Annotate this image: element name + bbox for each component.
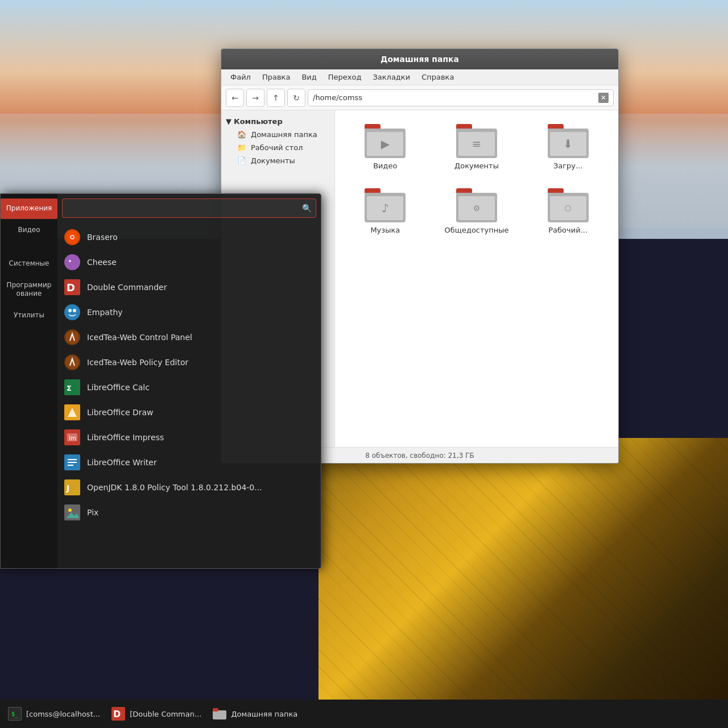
svg-point-7 <box>68 309 72 312</box>
address-text: /home/comss <box>313 93 598 102</box>
app-item-lo-impress[interactable]: Im LibreOffice Impress <box>57 425 321 450</box>
folder-downloads-label: Загру... <box>553 162 582 170</box>
sidebar-item-documents[interactable]: 📄 Документы <box>221 154 334 167</box>
menu-search-bar: 🔍 <box>57 194 321 222</box>
svg-text:Im: Im <box>69 435 76 441</box>
svg-rect-20 <box>68 465 73 466</box>
sidebar-item-desktop[interactable]: 📁 Рабочий стол <box>221 141 334 154</box>
folder-public-icon: ⚙ <box>456 188 497 222</box>
app-label-lo-impress: LibreOffice Impress <box>87 433 164 442</box>
app-label-lo-writer: LibreOffice Writer <box>87 458 157 467</box>
svg-point-2 <box>65 255 79 269</box>
folder-taskbar-icon <box>213 707 226 721</box>
menu-cat-system[interactable]: Системные <box>1 254 57 274</box>
fm-menu-go[interactable]: Переход <box>324 72 366 82</box>
doc-icon: 📄 <box>237 156 246 165</box>
app-label-brasero: Brasero <box>87 233 118 242</box>
fm-content: ▶ Видео ≡ <box>335 110 618 447</box>
taskbar-fm[interactable]: Домашняя папка <box>207 702 303 726</box>
pix-icon <box>64 504 80 520</box>
fm-status-text: 8 объектов, свободно: 21,3 ГБ <box>365 452 474 460</box>
app-item-openjdk[interactable]: J OpenJDK 1.8.0 Policy Tool 1.8.0.212.b0… <box>57 475 321 500</box>
svg-rect-19 <box>68 462 77 463</box>
search-icon: 🔍 <box>302 204 312 213</box>
menu-cat-utils[interactable]: Утилиты <box>1 305 57 326</box>
fm-menu-bookmarks[interactable]: Закладки <box>368 72 415 82</box>
app-item-empathy[interactable]: Empathy <box>57 300 321 325</box>
taskbar-dc[interactable]: D [Double Comman... <box>106 702 207 726</box>
folder-music[interactable]: ♪ Музыка <box>344 184 427 239</box>
menu-cat-video[interactable]: Видео <box>1 220 57 241</box>
app-item-pix[interactable]: Pix <box>57 500 321 525</box>
sidebar-section-computer[interactable]: ▼ Компьютер <box>221 115 334 128</box>
folder-desktop[interactable]: ⬡ Рабочий... <box>527 184 609 239</box>
app-label-dc: Double Commander <box>87 283 167 292</box>
fm-menu-file[interactable]: Файл <box>226 72 255 82</box>
app-item-brasero[interactable]: Brasero <box>57 225 321 250</box>
menu-search-input[interactable] <box>62 198 316 218</box>
svg-rect-28 <box>213 708 218 712</box>
lo-calc-icon: Σ <box>64 379 80 395</box>
folder-music-icon: ♪ <box>365 188 406 222</box>
sidebar-home-label: Домашняя папка <box>251 130 317 139</box>
terminal-icon: $_ <box>8 707 22 721</box>
app-item-lo-writer[interactable]: LibreOffice Writer <box>57 450 321 475</box>
lo-draw-icon <box>64 404 80 420</box>
address-clear-button[interactable]: ✕ <box>598 93 609 103</box>
desktop-icon: 📁 <box>237 143 246 152</box>
empathy-icon <box>64 304 80 320</box>
taskbar-terminal-label: [comss@localhost... <box>26 710 100 718</box>
fm-menu-edit[interactable]: Правка <box>258 72 295 82</box>
address-bar[interactable]: /home/comss ✕ <box>308 89 614 106</box>
app-label-cheese: Cheese <box>87 258 117 267</box>
folder-public[interactable]: ⚙ Общедоступные <box>436 184 518 239</box>
refresh-button[interactable]: ↻ <box>287 89 305 107</box>
openjdk-icon: J <box>64 479 80 495</box>
svg-rect-18 <box>68 459 77 460</box>
desktop: Домашняя папка Файл Правка Вид Переход З… <box>0 0 728 728</box>
app-label-icedtea1: IcedTea-Web Control Panel <box>87 333 192 342</box>
folder-video-icon: ▶ <box>365 124 406 158</box>
up-button[interactable]: ↑ <box>267 89 285 107</box>
app-label-lo-draw: LibreOffice Draw <box>87 408 154 417</box>
folder-video[interactable]: ▶ Видео <box>344 119 427 175</box>
app-item-dc[interactable]: D Double Commander <box>57 275 321 300</box>
menu-cat-dev[interactable]: Программирование <box>1 275 57 304</box>
folder-public-label: Общедоступные <box>444 226 508 234</box>
taskbar-terminal[interactable]: $_ [comss@localhost... <box>2 702 106 726</box>
lo-writer-icon <box>64 454 80 470</box>
app-label-openjdk: OpenJDK 1.8.0 Policy Tool 1.8.0.212.b04-… <box>87 483 262 492</box>
fm-menu-view[interactable]: Вид <box>297 72 321 82</box>
menu-apps-list: Brasero Cheese D Double Commander <box>57 222 321 568</box>
forward-button[interactable]: → <box>246 89 264 107</box>
fm-menu-help[interactable]: Справка <box>417 72 458 82</box>
svg-text:D: D <box>67 282 75 293</box>
svg-point-24 <box>68 508 72 512</box>
folder-video-label: Видео <box>373 162 397 170</box>
taskbar: $_ [comss@localhost... D [Double Comman.… <box>0 700 728 728</box>
app-label-lo-calc: LibreOffice Calc <box>87 383 150 392</box>
folder-music-label: Музыка <box>370 226 400 234</box>
svg-text:J: J <box>66 483 69 493</box>
app-item-lo-draw[interactable]: LibreOffice Draw <box>57 400 321 425</box>
folder-desktop-icon: ⬡ <box>548 188 589 222</box>
sidebar-item-home[interactable]: 🏠 Домашняя папка <box>221 128 334 141</box>
folder-documents[interactable]: ≡ Документы <box>436 119 518 175</box>
brasero-icon <box>64 229 80 245</box>
app-item-icedtea2[interactable]: IcedTea-Web Policy Editor <box>57 350 321 375</box>
menu-cat-3[interactable] <box>1 241 57 253</box>
background-landscape <box>318 438 728 700</box>
fm-title: Домашняя папка <box>380 55 459 64</box>
app-item-icedtea1[interactable]: IcedTea-Web Control Panel <box>57 325 321 350</box>
lo-impress-icon: Im <box>64 429 80 445</box>
collapse-icon: ▼ <box>226 117 231 126</box>
menu-right-panel: 🔍 Brasero Cheese <box>57 194 321 568</box>
app-item-cheese[interactable]: Cheese <box>57 250 321 275</box>
back-button[interactable]: ← <box>226 89 244 107</box>
dc-taskbar-icon: D <box>111 707 125 721</box>
app-item-lo-calc[interactable]: Σ LibreOffice Calc <box>57 375 321 400</box>
folder-downloads[interactable]: ⬇ Загру... <box>527 119 609 175</box>
folder-documents-label: Документы <box>454 162 499 170</box>
menu-cat-applications[interactable]: Приложения <box>1 198 57 219</box>
icedtea1-icon <box>64 329 80 345</box>
